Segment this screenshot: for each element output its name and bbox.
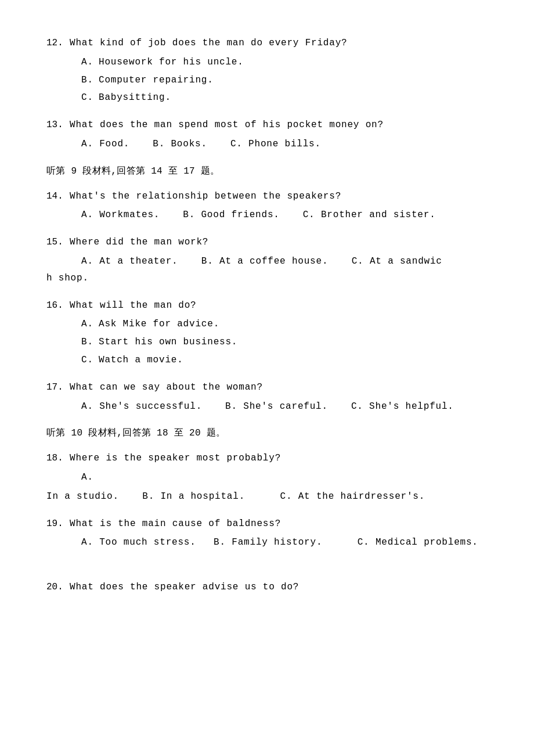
question-19: 19. What is the main cause of baldness? … <box>46 516 499 552</box>
q19-text: What is the main cause of baldness? <box>70 516 499 532</box>
q18-b-text: In a hospital. <box>160 491 245 502</box>
q19-answer-c: C. Medical problems. <box>358 537 478 548</box>
q13-text: What does the man spend most of his pock… <box>70 117 499 134</box>
q14-answer-a: A. Workmates. <box>81 207 160 224</box>
q13-answers: A. Food. B. Books. C. Phone bills. <box>81 136 499 153</box>
question-15: 15. Where did the man work? A. At a thea… <box>46 234 499 286</box>
question-13: 13. What does the man spend most of his … <box>46 117 499 153</box>
q19-answer-b: B. Family history. <box>214 537 329 548</box>
q13-answer-b: B. Books. <box>153 136 207 153</box>
q14-number: 14. <box>46 188 70 205</box>
q14-b-text: Good friends. <box>201 210 279 220</box>
q20-text: What does the speaker advise us to do? <box>70 579 499 596</box>
q12-answer-b: B. Computer repairing. <box>81 72 499 89</box>
q12-a-text: Housework for his uncle. <box>99 54 244 71</box>
q20-number: 20. <box>46 579 70 596</box>
q15-number: 15. <box>46 234 70 251</box>
q16-text: What will the man do? <box>70 297 499 314</box>
q12-number: 12. <box>46 35 70 52</box>
q19-number: 19. <box>46 516 70 532</box>
q17-answer-a: A. She's successful. <box>81 398 202 415</box>
question-16: 16. What will the man do? A. Ask Mike fo… <box>46 297 499 369</box>
question-18: 18. Where is the speaker most probably? … <box>46 450 499 505</box>
section2-header: 听第 9 段材料,回答第 14 至 17 题。 <box>46 163 499 180</box>
q15-a-text: At a theater. <box>99 256 178 267</box>
question-12: 12. What kind of job does the man do eve… <box>46 35 499 106</box>
q15-answer-a: A. At a theater. <box>81 256 184 267</box>
q18-c-text: At the hairdresser's. <box>298 491 425 502</box>
q16-a-label: A. <box>81 316 99 333</box>
q15-text: Where did the man work? <box>70 234 499 251</box>
q16-b-text: Start his own business. <box>99 334 237 351</box>
q15-answer-b: B. At a coffee house. <box>201 256 334 267</box>
q18-answer-a-line: A. <box>81 469 499 486</box>
q18-text: Where is the speaker most probably? <box>70 450 499 467</box>
question-17: 17. What can we say about the woman? A. … <box>46 379 499 415</box>
q14-text: What's the relationship between the spea… <box>70 188 499 205</box>
q15-b-label: B. <box>201 256 214 267</box>
q16-b-label: B. <box>81 334 99 351</box>
q12-answers: A. Housework for his uncle. B. Computer … <box>81 54 499 106</box>
q17-a-label: A. <box>81 401 93 412</box>
question-14-line: 14. What's the relationship between the … <box>46 188 499 205</box>
q12-c-text: Babysitting. <box>99 89 171 106</box>
q12-answer-a: A. Housework for his uncle. <box>81 54 499 71</box>
q15-b-text: At a coffee house. <box>219 256 328 267</box>
question-12-line: 12. What kind of job does the man do eve… <box>46 35 499 52</box>
q16-a-text: Ask Mike for advice. <box>99 316 219 333</box>
spacer <box>46 561 499 579</box>
q16-answer-b: B. Start his own business. <box>81 334 499 351</box>
question-13-line: 13. What does the man spend most of his … <box>46 117 499 134</box>
q13-b-text: Books. <box>171 139 207 149</box>
q19-b-label: B. <box>214 537 226 548</box>
q18-a-text: In a studio. <box>46 491 119 502</box>
q16-answer-c: C. Watch a movie. <box>81 352 499 369</box>
q14-a-text: Workmates. <box>99 210 160 220</box>
q16-c-text: Watch a movie. <box>99 352 183 369</box>
q15-c-label: C. <box>352 256 364 267</box>
q13-number: 13. <box>46 117 70 134</box>
q14-b-label: B. <box>183 210 195 220</box>
q19-b-text: Family history. <box>232 537 322 548</box>
q14-answer-b: B. Good friends. <box>183 207 279 224</box>
q12-a-label: A. <box>81 54 99 71</box>
q18-b-label: B. <box>142 491 154 502</box>
q13-a-text: Food. <box>99 139 129 149</box>
q15-answer-c: C. At a sandwic <box>352 256 442 267</box>
q18-answer-c: C. At the hairdresser's. <box>280 491 425 502</box>
q13-a-label: A. <box>81 139 93 149</box>
q16-answer-a: A. Ask Mike for advice. <box>81 316 499 333</box>
q13-c-text: Phone bills. <box>248 139 321 149</box>
question-14: 14. What's the relationship between the … <box>46 188 499 224</box>
q13-answer-c: C. Phone bills. <box>230 136 321 153</box>
q17-text: What can we say about the woman? <box>70 379 499 396</box>
q17-answer-c: C. She's helpful. <box>351 398 454 415</box>
q17-b-label: B. <box>225 401 237 412</box>
q16-number: 16. <box>46 297 70 314</box>
q16-answers: A. Ask Mike for advice. B. Start his own… <box>81 316 499 368</box>
q16-c-label: C. <box>81 352 99 369</box>
q17-number: 17. <box>46 379 70 396</box>
q18-a-label: A. <box>81 472 93 483</box>
q15-c-text: At a sandwic <box>370 256 442 267</box>
q18-answers-inline: In a studio. B. In a hospital. C. At the… <box>46 488 499 505</box>
q14-c-text: Brother and sister. <box>321 210 436 220</box>
q19-a-text: Too much stress. <box>99 537 196 548</box>
q12-b-label: B. <box>81 72 99 89</box>
question-19-line: 19. What is the main cause of baldness? <box>46 516 499 532</box>
q14-answers: A. Workmates. B. Good friends. C. Brothe… <box>81 207 499 224</box>
q17-answer-b: B. She's careful. <box>225 398 328 415</box>
q19-answer-a: A. Too much stress. <box>81 537 202 548</box>
q15-a-label: A. <box>81 256 93 267</box>
question-15-line: 15. Where did the man work? <box>46 234 499 251</box>
q17-answers: A. She's successful. B. She's careful. C… <box>81 398 499 415</box>
q18-number: 18. <box>46 450 70 467</box>
question-18-line: 18. Where is the speaker most probably? <box>46 450 499 467</box>
q12-c-label: C. <box>81 89 99 106</box>
q17-b-text: She's careful. <box>243 401 328 412</box>
q13-c-label: C. <box>230 139 243 149</box>
q19-c-text: Medical problems. <box>376 537 478 548</box>
q19-answers: A. Too much stress. B. Family history. C… <box>81 534 499 551</box>
question-20-line: 20. What does the speaker advise us to d… <box>46 579 499 596</box>
q13-b-label: B. <box>153 139 165 149</box>
